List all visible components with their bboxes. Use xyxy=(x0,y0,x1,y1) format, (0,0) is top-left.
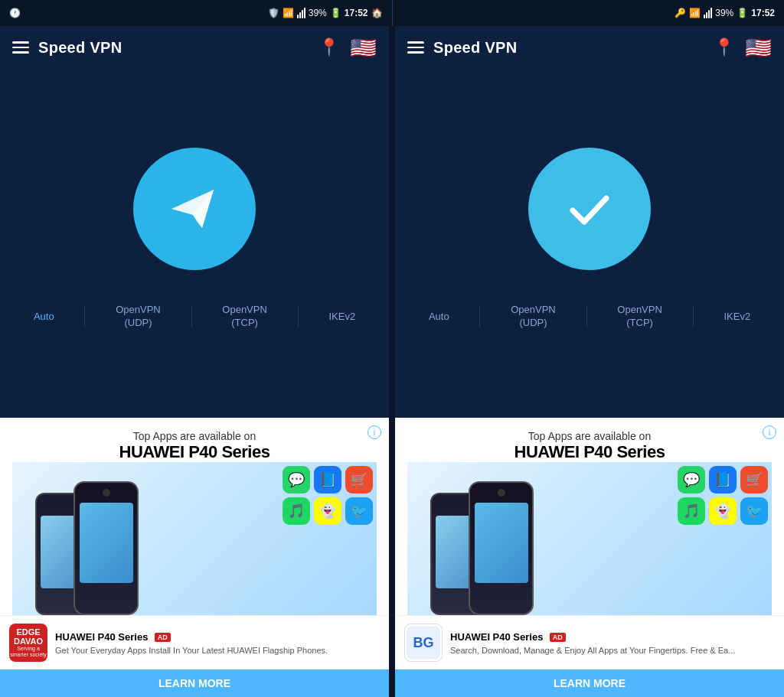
home-icon: 🏠 xyxy=(371,8,383,18)
ad-banner-left: i Top Apps are available on HUAWEI P40 S… xyxy=(0,418,389,615)
signal-bars-right xyxy=(704,8,712,18)
ad-description-left: Get Your Everyday Apps Install In Your L… xyxy=(55,645,380,656)
ad-text-content-right: HUAWEI P40 Series AD Search, Download, M… xyxy=(450,630,775,656)
key-icon: 🔑 xyxy=(675,8,686,18)
app-title-right: Speed VPN xyxy=(433,39,704,57)
ad-product-name-left: HUAWEI P40 Series xyxy=(55,631,148,643)
ad-section-right: i Top Apps are available on HUAWEI P40 S… xyxy=(395,418,784,697)
menu-button-left[interactable] xyxy=(12,41,29,54)
learn-more-button-right[interactable]: LEARN MORE xyxy=(395,669,784,697)
menu-button-right[interactable] xyxy=(407,41,424,54)
main-split: Speed VPN 📍 🇺🇸 Auto OpenVP xyxy=(0,26,784,697)
ad-product-row-left: HUAWEI P40 Series AD xyxy=(55,630,380,643)
ad-footer-right: BG HUAWEI P40 Series AD Search, Download… xyxy=(395,615,784,669)
header-icons-left: 📍 🇺🇸 xyxy=(318,35,377,60)
status-right-info: 🛡️ 📶 39% 🔋 17:52 🏠 xyxy=(268,8,383,18)
ad-product-row-right: HUAWEI P40 Series AD xyxy=(450,630,775,643)
protocol-auto-left[interactable]: Auto xyxy=(28,308,60,327)
protocol-divider-1-right xyxy=(479,306,480,327)
ad-main-text-left: HUAWEI P40 Series xyxy=(12,442,377,462)
protocol-auto-right[interactable]: Auto xyxy=(423,308,456,327)
ad-logo-line2: DAVAO xyxy=(14,637,43,646)
app-title-left: Speed VPN xyxy=(38,39,309,57)
ad-image-right: 💬 📘 🛒 🎵 👻 🐦 xyxy=(407,462,772,615)
protocol-tabs-right: Auto OpenVPN(UDP) OpenVPN(TCP) IKEv2 xyxy=(410,295,769,339)
ad-description-right: Search, Download, Manage & Enjoy All App… xyxy=(450,645,775,656)
status-bar-left: 🕐 🛡️ 📶 39% 🔋 17:52 🏠 xyxy=(0,0,392,26)
protocol-ikev2-left[interactable]: IKEv2 xyxy=(322,308,361,327)
status-left-icons: 🕐 xyxy=(9,8,21,18)
ad-logo-sub: Serving a smarter society xyxy=(9,646,47,657)
ad-top-text-right: Top Apps are available on xyxy=(407,430,772,442)
ad-badge-right: AD xyxy=(550,633,566,642)
protocol-tcp-left[interactable]: OpenVPN(TCP) xyxy=(216,301,273,333)
header-icons-right: 📍 🇺🇸 xyxy=(714,35,772,60)
panel-right: Speed VPN 📍 🇺🇸 Auto OpenVPN(UDP) OpenVPN… xyxy=(392,26,784,697)
ad-logo-line1: EDGE xyxy=(16,627,40,637)
protocol-ikev2-right[interactable]: IKEv2 xyxy=(717,308,756,327)
ad-top-text-left: Top Apps are available on xyxy=(12,430,377,442)
shield-icon: 🛡️ xyxy=(268,8,279,18)
protocol-divider-2-left xyxy=(191,306,192,327)
time-right: 17:52 xyxy=(751,8,775,18)
ad-badge-left: AD xyxy=(155,633,171,642)
flag-left[interactable]: 🇺🇸 xyxy=(350,35,377,60)
protocol-tabs-left: Auto OpenVPN(UDP) OpenVPN(TCP) IKEv2 xyxy=(15,295,374,339)
vpn-area-right: Auto OpenVPN(UDP) OpenVPN(TCP) IKEv2 xyxy=(395,69,784,418)
location-icon-left[interactable]: 📍 xyxy=(318,37,339,57)
status-bar-right: 🔑 📶 39% 🔋 17:52 xyxy=(393,0,785,26)
ad-main-text-right: HUAWEI P40 Series xyxy=(407,442,772,462)
app-header-left: Speed VPN 📍 🇺🇸 xyxy=(0,26,389,69)
ad-logo-left: EDGE DAVAO Serving a smarter society xyxy=(9,624,47,662)
ad-info-button-left[interactable]: i xyxy=(368,425,381,439)
protocol-divider-3-left xyxy=(298,306,299,327)
protocol-divider-2-right xyxy=(586,306,587,327)
protocol-divider-3-right xyxy=(693,306,694,327)
protocol-udp-left[interactable]: OpenVPN(UDP) xyxy=(109,301,167,333)
wifi-icon-left: 📶 xyxy=(283,8,294,18)
status-right-right-info: 🔑 📶 39% 🔋 17:52 xyxy=(675,8,775,18)
protocol-tcp-right[interactable]: OpenVPN(TCP) xyxy=(611,301,668,333)
status-bar: 🕐 🛡️ 📶 39% 🔋 17:52 🏠 🔑 📶 39% 🔋 17:52 xyxy=(0,0,784,26)
ad-text-content-left: HUAWEI P40 Series AD Get Your Everyday A… xyxy=(55,630,380,656)
protocol-divider-1-left xyxy=(84,306,85,327)
panel-left: Speed VPN 📍 🇺🇸 Auto OpenVP xyxy=(0,26,392,697)
learn-more-button-left[interactable]: LEARN MORE xyxy=(0,669,389,697)
vpn-connect-button-left[interactable] xyxy=(133,148,256,270)
check-icon-right xyxy=(559,178,620,239)
ad-info-button-right[interactable]: i xyxy=(763,425,776,439)
ad-image-left: 💬 📘 🛒 🎵 👻 🐦 xyxy=(12,462,377,615)
ad-section-left: i Top Apps are available on HUAWEI P40 S… xyxy=(0,418,389,697)
plane-icon-left xyxy=(164,178,225,239)
location-icon-right[interactable]: 📍 xyxy=(714,37,734,57)
ad-banner-right: i Top Apps are available on HUAWEI P40 S… xyxy=(395,418,784,615)
battery-percent-left: 39% xyxy=(309,8,327,18)
flag-right[interactable]: 🇺🇸 xyxy=(745,35,772,60)
clock-icon: 🕐 xyxy=(9,8,21,18)
wifi-icon-right: 📶 xyxy=(689,8,701,18)
bg-logo-svg: BG xyxy=(407,626,440,660)
protocol-udp-right[interactable]: OpenVPN(UDP) xyxy=(505,301,562,333)
ad-footer-left: EDGE DAVAO Serving a smarter society HUA… xyxy=(0,615,389,669)
battery-percent-right: 39% xyxy=(715,8,733,18)
app-header-right: Speed VPN 📍 🇺🇸 xyxy=(395,26,784,69)
time-left: 17:52 xyxy=(345,8,368,18)
svg-text:BG: BG xyxy=(413,635,434,650)
battery-icon-right: 🔋 xyxy=(737,8,748,18)
vpn-area-left: Auto OpenVPN(UDP) OpenVPN(TCP) IKEv2 xyxy=(0,69,389,418)
ad-logo-right: BG xyxy=(404,624,443,662)
ad-product-name-right: HUAWEI P40 Series xyxy=(450,631,543,643)
vpn-connected-button-right[interactable] xyxy=(528,148,651,270)
signal-bars-left xyxy=(297,8,305,18)
battery-icon-left: 🔋 xyxy=(330,8,341,18)
